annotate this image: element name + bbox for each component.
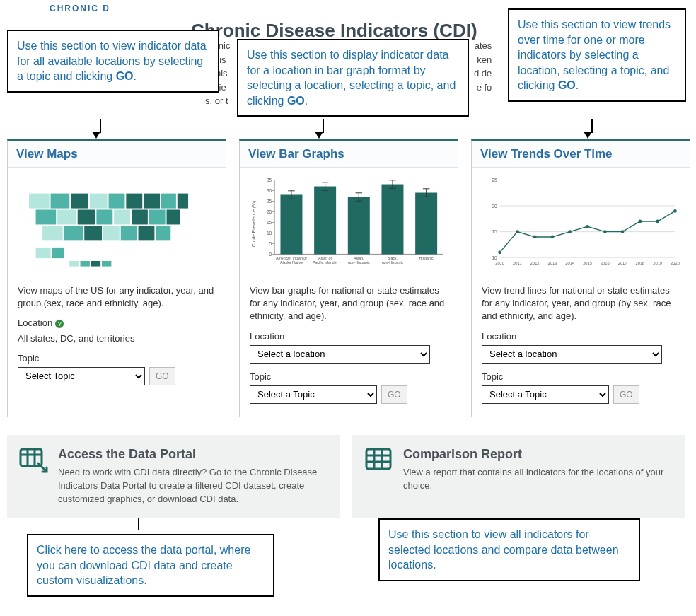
svg-text:35: 35 xyxy=(267,178,272,182)
location-label: Location xyxy=(250,330,448,343)
svg-rect-6 xyxy=(144,194,160,209)
card-view-maps: View Maps xyxy=(7,139,226,417)
info-desc: Need to work with CDI data directly? Go … xyxy=(58,466,328,506)
location-label: Location? xyxy=(18,317,216,330)
intro-text-right: ates ken d de e fo xyxy=(474,39,492,94)
svg-rect-26 xyxy=(69,261,79,267)
location-select[interactable]: Select a location xyxy=(250,345,430,364)
topic-select[interactable]: Select a Topic xyxy=(250,385,377,404)
svg-text:2015: 2015 xyxy=(583,261,592,265)
svg-rect-8 xyxy=(178,194,188,209)
svg-rect-15 xyxy=(149,209,166,224)
topic-label: Topic xyxy=(250,371,448,383)
svg-rect-23 xyxy=(156,226,170,240)
svg-rect-2 xyxy=(71,194,88,209)
arrow-down-icon xyxy=(584,132,592,139)
location-label: Location xyxy=(482,330,680,343)
info-desc: View a report that contains all indicato… xyxy=(403,466,673,493)
go-button[interactable]: GO xyxy=(613,385,639,404)
svg-rect-5 xyxy=(126,194,142,209)
svg-text:15: 15 xyxy=(267,220,272,225)
svg-rect-51 xyxy=(348,197,370,255)
svg-rect-14 xyxy=(132,209,148,224)
svg-rect-55 xyxy=(415,193,437,255)
svg-text:Hispanic: Hispanic xyxy=(419,256,434,260)
svg-rect-28 xyxy=(91,261,100,267)
bar-chart-thumbnail: 05101520253035Crude Prevalence (%)Americ… xyxy=(240,168,458,277)
svg-text:15: 15 xyxy=(492,229,497,234)
svg-rect-16 xyxy=(167,209,180,224)
svg-text:Crude Prevalence (%): Crude Prevalence (%) xyxy=(251,201,257,247)
svg-rect-0 xyxy=(29,194,50,209)
card-data-portal[interactable]: Access the Data Portal Need to work with… xyxy=(7,435,340,518)
location-select[interactable]: Select a location xyxy=(482,345,662,364)
svg-point-77 xyxy=(516,230,519,233)
svg-rect-27 xyxy=(81,261,90,267)
svg-text:2016: 2016 xyxy=(601,261,610,265)
svg-rect-12 xyxy=(96,209,112,224)
svg-rect-9 xyxy=(36,209,57,224)
svg-rect-1 xyxy=(51,194,70,209)
svg-point-78 xyxy=(533,236,537,239)
svg-text:30: 30 xyxy=(267,188,272,193)
svg-text:2019: 2019 xyxy=(653,261,662,265)
location-value: All states, DC, and territories xyxy=(18,332,216,345)
card-comparison-report[interactable]: Comparison Report View a report that con… xyxy=(352,435,685,518)
callout-bars: Use this section to display indicator da… xyxy=(237,39,469,117)
svg-rect-53 xyxy=(381,185,403,255)
callout-maps: Use this section to view indicator data … xyxy=(7,30,219,93)
svg-text:2017: 2017 xyxy=(618,261,627,265)
help-icon[interactable]: ? xyxy=(55,320,64,328)
svg-text:2012: 2012 xyxy=(530,261,540,265)
svg-rect-17 xyxy=(42,226,63,240)
topic-select[interactable]: Select a Topic xyxy=(482,385,609,404)
card-desc: View maps of the US for any indicator, y… xyxy=(18,284,216,310)
svg-text:Black,non-Hispanic: Black,non-Hispanic xyxy=(382,256,404,265)
topic-label: Topic xyxy=(482,371,680,383)
svg-point-81 xyxy=(586,225,589,228)
svg-rect-4 xyxy=(109,194,125,209)
data-portal-icon xyxy=(18,445,48,506)
svg-rect-10 xyxy=(57,209,76,224)
svg-rect-21 xyxy=(121,226,137,240)
svg-point-80 xyxy=(568,230,572,233)
svg-rect-20 xyxy=(103,226,120,240)
info-title: Comparison Report xyxy=(403,445,673,463)
svg-rect-91 xyxy=(366,449,390,469)
logo-text: CHRONIC D xyxy=(50,4,110,13)
svg-rect-11 xyxy=(78,209,95,224)
svg-text:2010: 2010 xyxy=(495,261,504,265)
svg-text:2014: 2014 xyxy=(565,261,575,265)
card-desc: View trend lines for national or state e… xyxy=(482,284,680,323)
go-button[interactable]: GO xyxy=(381,385,407,404)
callout-data-portal: Click here to access the data portal, wh… xyxy=(27,534,274,597)
svg-rect-19 xyxy=(84,226,102,240)
svg-rect-25 xyxy=(52,248,64,258)
svg-point-86 xyxy=(673,209,677,213)
card-title: View Bar Graphs xyxy=(240,141,458,168)
svg-point-85 xyxy=(656,220,659,223)
svg-rect-22 xyxy=(139,226,155,240)
svg-point-84 xyxy=(639,220,642,223)
topic-select[interactable]: Select Topic xyxy=(18,367,145,385)
map-thumbnail xyxy=(8,168,226,277)
info-title: Access the Data Portal xyxy=(58,445,328,463)
svg-rect-49 xyxy=(314,187,336,255)
svg-text:Asian orPacific Islander: Asian orPacific Islander xyxy=(313,256,338,265)
svg-text:0: 0 xyxy=(269,252,272,257)
svg-rect-24 xyxy=(36,248,51,258)
svg-text:2020: 2020 xyxy=(671,261,680,265)
card-title: View Trends Over Time xyxy=(472,141,690,168)
svg-rect-29 xyxy=(102,261,111,267)
svg-text:5: 5 xyxy=(269,241,272,246)
svg-point-79 xyxy=(551,236,555,239)
svg-text:10: 10 xyxy=(267,231,272,236)
go-button[interactable]: GO xyxy=(149,367,175,385)
arrow-down-icon xyxy=(315,132,323,139)
svg-text:25: 25 xyxy=(492,178,497,182)
svg-point-82 xyxy=(603,230,607,233)
comparison-report-icon xyxy=(364,445,393,493)
svg-text:10: 10 xyxy=(492,255,497,260)
svg-text:25: 25 xyxy=(267,199,272,204)
svg-rect-3 xyxy=(90,194,108,209)
